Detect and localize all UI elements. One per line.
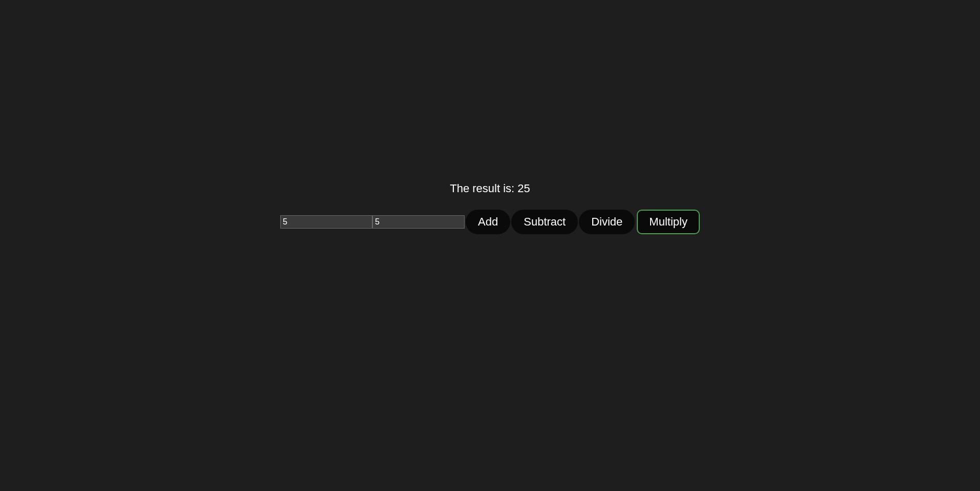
second-number-input[interactable] [372,215,465,229]
add-button[interactable]: Add [466,210,510,234]
result-display: The result is: 25 [450,182,530,195]
calculator-container: The result is: 25 Add Subtract Divide Mu… [280,182,700,234]
result-value: 25 [517,182,530,195]
multiply-button[interactable]: Multiply [637,210,700,234]
first-number-input[interactable] [280,215,372,229]
subtract-button[interactable]: Subtract [511,210,578,234]
divide-button[interactable]: Divide [579,210,635,234]
result-label: The result is: [450,182,517,195]
controls-row: Add Subtract Divide Multiply [280,210,700,234]
